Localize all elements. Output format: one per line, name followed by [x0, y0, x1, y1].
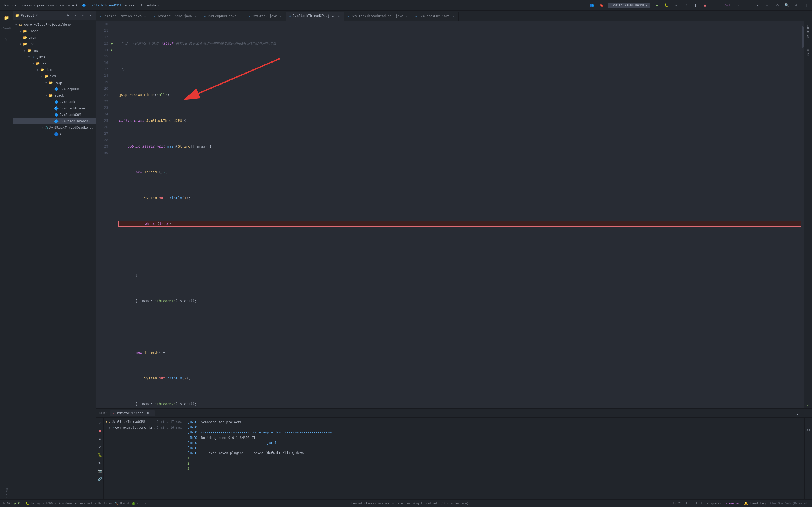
git-status[interactable]: ⑂ Git: [3, 502, 12, 505]
vcs-icon[interactable]: ⑂: [2, 34, 11, 44]
tree-item-jvmheapoom[interactable]: ▶ 🔷 JvmHeapOOM: [13, 86, 96, 92]
expand-icon[interactable]: ↕: [72, 12, 79, 19]
more-button[interactable]: ⋮: [692, 2, 699, 9]
breadcrumb-method[interactable]: ⊕ main: [125, 3, 137, 7]
coverage-button[interactable]: ☂: [673, 2, 679, 9]
tree-item-stack[interactable]: ▼ 📂 stack: [13, 92, 96, 99]
breadcrumb-jvm[interactable]: jvm: [58, 3, 64, 7]
event-log[interactable]: 🔔 Event Log: [744, 502, 766, 505]
filter-icon[interactable]: ≡: [97, 435, 103, 442]
locate-icon[interactable]: ⊕: [65, 12, 71, 19]
breadcrumb-main[interactable]: main: [24, 3, 32, 7]
vcs-button3[interactable]: ↓: [755, 2, 761, 9]
run-button[interactable]: ▶: [654, 2, 660, 9]
breadcrumb-class[interactable]: 🔷 JvmStackThreadCPU: [82, 3, 121, 7]
debug-button[interactable]: 🐛: [663, 2, 670, 9]
tree-item-deadlock[interactable]: ▶ ⬡ JvmStackThreadDeadLo...: [13, 124, 96, 131]
code-editor[interactable]: 10 11 12 13 14 15 16 17 18 19 20 21 22 2…: [96, 21, 804, 408]
menu-icon[interactable]: ⋮: [794, 410, 801, 416]
checkmark-icon[interactable]: ✓: [805, 402, 811, 408]
more-options-icon[interactable]: ⋮: [803, 2, 809, 9]
bookmark-icon[interactable]: 🔖: [598, 2, 605, 9]
external-icon[interactable]: ⬡: [805, 427, 812, 433]
vcs-button1[interactable]: ⑂: [735, 2, 742, 9]
tab-jvmstackoom[interactable]: ☕ JvmStackOOM.java ✕: [412, 11, 459, 21]
tree-item-demo[interactable]: ▼ 🗂 demo ~/IdeaProjects/demo: [13, 21, 96, 28]
restart-icon[interactable]: ↺: [97, 419, 103, 426]
link-icon[interactable]: 🔗: [97, 475, 103, 482]
breadcrumb-demo[interactable]: demo: [3, 3, 10, 7]
breadcrumb-stack[interactable]: stack: [68, 3, 78, 7]
tree-item-jvm[interactable]: ▼ 📂 jvm: [13, 73, 96, 79]
tree-item-jvmstackframe[interactable]: ▶ 🔷 JvmStackFrame: [13, 105, 96, 112]
vertical-scrollbar[interactable]: [801, 21, 804, 408]
profile-button[interactable]: ⚡: [682, 2, 689, 9]
tab-jvmheapoom[interactable]: ☕ JvmHeapOOM.java ✕: [201, 11, 245, 21]
tab-jvmstack[interactable]: ☕ JvmStack.java ✕: [245, 11, 286, 21]
vcs-button2[interactable]: ↑: [745, 2, 751, 9]
run-tab-close[interactable]: ✕: [151, 411, 153, 414]
tree-item-java[interactable]: ▼ ☕ java: [13, 54, 96, 60]
status-indent[interactable]: 4 spaces: [707, 502, 721, 505]
problems-status[interactable]: ⚠ Problems: [55, 502, 72, 505]
panel-settings-icon[interactable]: ⚙: [80, 12, 86, 19]
run-tree-child[interactable]: ▶ ◦ com.example.demo.jar: 9 min, 16 sec: [104, 425, 184, 431]
run-config-selector[interactable]: JVMSTACKTHREADCPU ▼: [608, 3, 650, 8]
tab-close4[interactable]: ✕: [279, 14, 283, 18]
status-git-branch[interactable]: ⑂ master: [725, 502, 740, 505]
todo-status[interactable]: ☑ TODO: [42, 502, 53, 505]
translate-icon[interactable]: ⟲: [774, 2, 780, 9]
build-status[interactable]: 🔨 Build: [115, 502, 129, 505]
tree-item-mvn[interactable]: ▶ 📂 .mvn: [13, 34, 96, 41]
scrollbar-thumb[interactable]: [802, 26, 804, 48]
tree-item-demo2[interactable]: ▼ 📂 demo: [13, 66, 96, 73]
tab-close2[interactable]: ✕: [194, 14, 197, 18]
tab-close7[interactable]: ✕: [451, 14, 455, 18]
minimize-icon[interactable]: —: [802, 410, 809, 416]
tree-item-main[interactable]: ▼ 📂 main: [13, 47, 96, 54]
terminal-status[interactable]: ▶ Terminal: [74, 502, 92, 505]
breadcrumb-lambda[interactable]: λ Lambda: [141, 3, 156, 7]
tree-item-jvmstack[interactable]: ▶ 🔷 JvmStack: [13, 99, 96, 105]
tab-close6[interactable]: ✕: [405, 14, 409, 18]
people-icon[interactable]: 👥: [589, 2, 595, 9]
tab-jvmstackframe[interactable]: ☕ JvmStackFrame.java ✕: [150, 11, 201, 21]
stop-run-icon[interactable]: ■: [97, 427, 103, 434]
camera-icon[interactable]: 📷: [97, 467, 103, 474]
settings-run-icon[interactable]: ⚙: [97, 443, 103, 450]
panel-close-icon[interactable]: ✕: [87, 12, 94, 19]
git-icon[interactable]: Git:: [725, 2, 732, 9]
wrap-icon[interactable]: ≡: [805, 419, 812, 426]
debug-status[interactable]: 🐛 Debug: [26, 502, 40, 505]
vcs-button4[interactable]: ↺: [764, 2, 771, 9]
tree-item-com[interactable]: ▼ 📂 com: [13, 60, 96, 66]
breadcrumb-src[interactable]: src: [14, 3, 20, 7]
stop-button[interactable]: ■: [702, 2, 708, 9]
tree-item-idea[interactable]: ▶ 📂 .idea: [13, 28, 96, 34]
status-encoding[interactable]: UTF-8: [694, 502, 703, 505]
tree-item-jvmstackoom[interactable]: ▶ 🔷 JvmStackOOM: [13, 112, 96, 118]
tree-item-heap[interactable]: ▼ 📂 heap: [13, 79, 96, 86]
tree-item-a[interactable]: ▶ 🔵 A: [13, 131, 96, 137]
breadcrumb-java[interactable]: java: [36, 3, 44, 7]
structure-icon[interactable]: Structure: [2, 490, 11, 500]
tree-item-jvmstackthreadcpu[interactable]: ▶ 🔷 JvmStackThreadCPU: [13, 118, 96, 124]
run-tree-root[interactable]: ▼ ✓ JvmStackThreadCPU: 9 min, 17 sec: [104, 419, 184, 425]
profiler-status[interactable]: ⚡ Profiler: [95, 502, 112, 505]
tree-item-src[interactable]: ▼ 📂 src: [13, 41, 96, 47]
tab-demoapplication[interactable]: ☕ DemoApplication.java ✕: [96, 11, 150, 21]
tab-jvmstackthreadcpu[interactable]: ☕ JvmStackThreadCPU.java ✕: [286, 11, 344, 21]
bug-icon[interactable]: 🐛: [97, 451, 103, 458]
settings-icon[interactable]: ⚙: [793, 2, 800, 9]
breadcrumb-com[interactable]: com: [48, 3, 54, 7]
run-tab[interactable]: ✓ JvmStackThreadCPU ✕: [110, 410, 155, 416]
commit-icon[interactable]: ✓Commit: [2, 23, 11, 33]
tab-close[interactable]: ✕: [143, 14, 147, 18]
database-icon[interactable]: Database: [805, 23, 811, 39]
tab-close3[interactable]: ✕: [238, 14, 242, 18]
search-icon[interactable]: 🔍: [783, 2, 790, 9]
status-lf[interactable]: LF: [686, 502, 690, 505]
tab-jvmstackthreaddeadlock[interactable]: ☕ JvmStackThreadDeadLock.java ✕: [344, 11, 412, 21]
run-status[interactable]: ▶ Run: [14, 502, 23, 505]
maven-icon[interactable]: Maven: [805, 48, 811, 58]
